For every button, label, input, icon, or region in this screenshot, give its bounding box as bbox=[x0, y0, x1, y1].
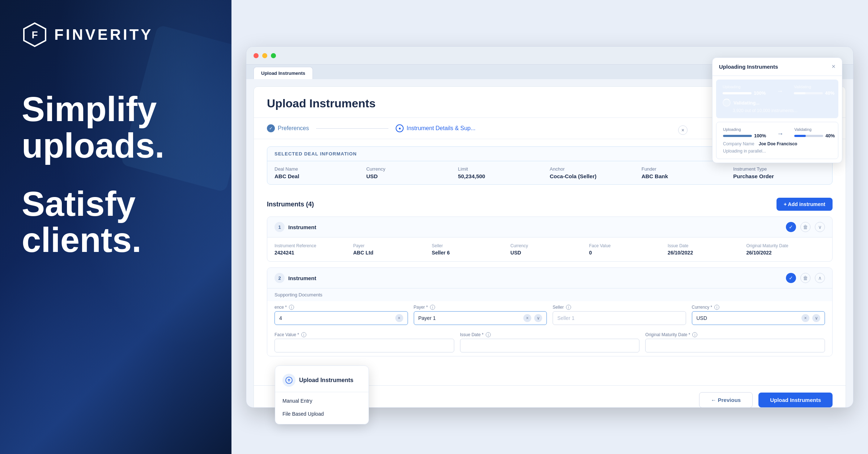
svg-text:F: F bbox=[31, 29, 38, 40]
deal-name-item: Deal Name ABC Deal bbox=[275, 166, 366, 179]
brand-name: FINVERITY bbox=[54, 26, 153, 43]
window-maximize-dot[interactable] bbox=[271, 53, 276, 58]
logo-area: F FINVERITY bbox=[22, 22, 210, 48]
validating-label: Validating bbox=[794, 85, 834, 89]
previous-button[interactable]: ← Previous bbox=[699, 392, 753, 408]
company-name-label: Company Name bbox=[723, 141, 754, 146]
uploading-instruments-modal: Uploading Instruments × Uploading 100% bbox=[712, 57, 842, 163]
arrow-right-icon-1: → bbox=[776, 87, 783, 96]
anchor-item: Anchor Coca-Cola (Seller) bbox=[550, 166, 642, 179]
payer-info-icon: i bbox=[430, 305, 435, 310]
tab-label: Upload Instruments bbox=[261, 70, 305, 76]
currency-clear-button[interactable]: × bbox=[801, 314, 809, 322]
modal-company-row: Company Name Joe Doe Francisco bbox=[723, 141, 831, 146]
status-spinner-icon bbox=[723, 99, 731, 107]
logo-icon: F bbox=[22, 22, 48, 48]
instrument-type-label: Instrument Type bbox=[733, 166, 825, 172]
payer-dropdown-button[interactable]: ∨ bbox=[534, 314, 542, 322]
issue-date-field: Issue Date * i bbox=[460, 332, 640, 352]
ref-input-value: 4 bbox=[279, 315, 282, 321]
window-minimize-dot[interactable] bbox=[262, 53, 267, 58]
validating-bar-bg bbox=[794, 92, 823, 94]
second-modal-close-button[interactable]: × bbox=[678, 125, 688, 135]
ref-info-icon: i bbox=[289, 305, 294, 310]
upload-instruments-button[interactable]: Upload Instruments bbox=[758, 393, 833, 407]
validating-bar-wrap: 40% bbox=[794, 90, 834, 96]
seller-info-icon: i bbox=[566, 305, 571, 310]
instrument-1-actions: ✓ 🗑 ∨ bbox=[786, 222, 825, 232]
validating-bar-fill bbox=[794, 92, 805, 94]
instruments-count: Instruments (4) bbox=[267, 201, 314, 208]
instrument-2-check-icon[interactable]: ✓ bbox=[786, 273, 796, 283]
instrument-2-delete-icon[interactable]: 🗑 bbox=[800, 273, 810, 283]
step-details-label: Instrument Details & Sup... bbox=[407, 125, 475, 132]
currency-dropdown-button[interactable]: ∨ bbox=[812, 314, 820, 322]
manual-entry-option[interactable]: Manual Entry bbox=[275, 394, 369, 407]
instrument-1-check-icon[interactable]: ✓ bbox=[786, 222, 796, 232]
upload-context-menu: Upload Instruments Manual Entry File Bas… bbox=[275, 365, 369, 424]
modal-second-item: Uploading 100% → Validating bbox=[716, 122, 838, 159]
instrument-1-num: 1 Instrument bbox=[275, 222, 316, 232]
uploading-parallel-text: Uploading in parallel... bbox=[723, 149, 831, 154]
uploading-bar-bg bbox=[723, 92, 752, 94]
instrument-1-data: Instrument Reference 2424241 Payer ABC L… bbox=[267, 237, 832, 261]
context-menu-divider bbox=[275, 392, 369, 392]
tagline-line1: Simplify uploads. bbox=[22, 91, 210, 164]
currency-field: Currency * i USD × ∨ bbox=[692, 305, 825, 325]
face-value-field-2: Face Value * i bbox=[275, 332, 454, 352]
seller-input[interactable]: Seller 1 bbox=[553, 311, 686, 325]
face-value-info-icon: i bbox=[301, 332, 306, 337]
ref-clear-button[interactable]: × bbox=[395, 314, 403, 322]
step-preferences: ✓ Preferences bbox=[267, 124, 309, 132]
status-sub-text: 3,920 out of 10,000 instruments... bbox=[733, 108, 832, 113]
instrument-item-2: 2 Instrument ✓ 🗑 ∧ Supporting Documents … bbox=[267, 267, 833, 356]
instrument-1-expand-icon[interactable]: ∨ bbox=[815, 222, 825, 232]
instrument-2-expand-icon[interactable]: ∧ bbox=[815, 273, 825, 283]
modal-title: Uploading Instruments bbox=[719, 64, 778, 70]
issue-date-field-label: Issue Date * i bbox=[460, 332, 640, 337]
payer-clear-button[interactable]: × bbox=[523, 314, 531, 322]
maturity-date-input[interactable] bbox=[645, 339, 825, 352]
validating-pct-2: 40% bbox=[825, 133, 835, 138]
add-instrument-button[interactable]: + Add instrument bbox=[776, 198, 833, 211]
supporting-docs-label: Supporting Documents bbox=[267, 288, 832, 301]
uploading-progress-group-2: Uploading 100% bbox=[723, 127, 766, 138]
currency-value: USD bbox=[366, 173, 458, 179]
ref-field-label: ence * i bbox=[275, 305, 408, 310]
uploading-bar-fill-2 bbox=[723, 135, 752, 137]
maturity-date-field: Original Maturity Date * i bbox=[645, 332, 825, 352]
maturity-info-icon: i bbox=[692, 332, 697, 337]
seller-value: Seller 6 bbox=[432, 250, 510, 256]
instrument-2-form-row-2: Face Value * i Issue Date * i bbox=[267, 329, 832, 356]
anchor-value: Coca-Cola (Seller) bbox=[550, 173, 642, 179]
step-divider bbox=[316, 128, 388, 129]
currency-item: Currency USD bbox=[366, 166, 458, 179]
modal-status-row: Validating... bbox=[723, 99, 832, 107]
instruments-header: Instruments (4) + Add instrument bbox=[254, 192, 846, 217]
modal-close-button[interactable]: × bbox=[831, 63, 835, 70]
arrow-right-icon-2: → bbox=[777, 130, 783, 138]
currency-col: Currency USD bbox=[510, 243, 589, 256]
ref-col: Instrument Reference 2424241 bbox=[275, 243, 353, 256]
instrument-2-header: 2 Instrument ✓ 🗑 ∧ bbox=[267, 268, 832, 288]
window-tab-main[interactable]: Upload Instruments bbox=[254, 67, 313, 79]
payer-field-label: Payer * i bbox=[414, 305, 547, 310]
issue-date-input[interactable] bbox=[460, 339, 640, 352]
payer-value: ABC Ltd bbox=[353, 250, 431, 256]
window-close-dot[interactable] bbox=[254, 53, 259, 58]
step-circle-icon: ● bbox=[396, 124, 404, 132]
modal-active-item: Uploading 100% → Validating bbox=[716, 80, 838, 118]
currency-input[interactable]: USD × ∨ bbox=[692, 311, 825, 325]
file-based-upload-option[interactable]: File Based Upload bbox=[275, 407, 369, 420]
uploading-bar-fill bbox=[723, 92, 752, 94]
payer-input[interactable]: Payer 1 × ∨ bbox=[414, 311, 547, 325]
issue-date-value: 26/10/2022 bbox=[668, 250, 746, 256]
maturity-col: Original Maturity Date 26/10/2022 bbox=[746, 243, 825, 256]
ref-field: ence * i 4 × bbox=[275, 305, 408, 325]
modal-progress-row-1: Uploading 100% → Validating bbox=[723, 85, 832, 96]
face-value-input[interactable] bbox=[275, 339, 454, 352]
ref-input[interactable]: 4 × bbox=[275, 311, 408, 325]
uploading-pct: 100% bbox=[754, 90, 766, 96]
validating-progress-group: Validating 40% bbox=[794, 85, 834, 96]
instrument-1-delete-icon[interactable]: 🗑 bbox=[800, 222, 810, 232]
